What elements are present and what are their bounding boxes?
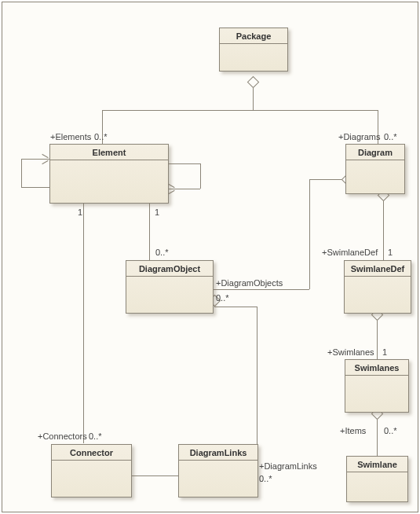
- assoc-line: [309, 179, 345, 180]
- class-name-label: Swimlane: [347, 457, 407, 472]
- assoc-line: [83, 204, 84, 443]
- aggregation-diamond: [247, 76, 260, 89]
- class-body: [50, 160, 168, 203]
- class-diagramlinks[interactable]: DiagramLinks: [178, 444, 258, 497]
- class-connector[interactable]: Connector: [51, 444, 132, 497]
- role-label: +Elements: [50, 132, 91, 141]
- arrowhead: [42, 154, 48, 158]
- role-label: +DiagramObjects: [216, 278, 283, 288]
- class-body: [345, 376, 408, 412]
- class-name-label: DiagramLinks: [179, 445, 257, 461]
- arrowhead: [42, 160, 48, 164]
- arrowhead: [168, 184, 174, 188]
- mult-label: 0..*: [216, 293, 229, 303]
- assoc-line: [21, 159, 49, 160]
- mult-label: 0..*: [89, 431, 102, 441]
- mult-label: 1: [388, 248, 393, 257]
- role-label: +Connectors: [38, 431, 87, 441]
- role-label: +Items: [340, 426, 366, 435]
- assoc-line: [309, 179, 310, 289]
- class-body: [346, 160, 404, 193]
- class-body: [179, 461, 257, 497]
- class-package[interactable]: Package: [219, 28, 288, 72]
- assoc-line: [213, 289, 309, 290]
- mult-label: 0..*: [94, 132, 108, 141]
- mult-label: 1: [78, 207, 82, 217]
- class-body: [347, 472, 407, 501]
- class-name-label: Connector: [52, 445, 131, 461]
- class-swimlanedef[interactable]: SwimlaneDef: [344, 260, 411, 314]
- arrowhead: [168, 190, 174, 194]
- assoc-line: [377, 420, 378, 456]
- class-name-label: Swimlanes: [345, 360, 408, 376]
- assoc-line: [21, 187, 49, 188]
- class-element[interactable]: Element: [49, 144, 169, 204]
- class-name-label: SwimlaneDef: [345, 261, 411, 277]
- assoc-line: [200, 163, 201, 189]
- assoc-line: [257, 307, 257, 458]
- class-body: [126, 277, 213, 313]
- class-swimlane[interactable]: Swimlane: [346, 456, 408, 502]
- class-diagram[interactable]: Diagram: [345, 144, 405, 194]
- role-label: +DiagramLinks: [259, 461, 317, 471]
- assoc-line: [102, 110, 378, 111]
- role-label: +Swimlanes: [327, 347, 374, 357]
- role-label: +SwimlaneDef: [322, 248, 378, 257]
- class-diagramobject[interactable]: DiagramObject: [126, 260, 214, 314]
- assoc-line: [167, 189, 200, 189]
- class-name-label: Diagram: [346, 145, 404, 160]
- mult-label: 1: [382, 347, 387, 357]
- assoc-line: [131, 475, 178, 476]
- mult-label: 0..*: [155, 248, 169, 257]
- assoc-line: [167, 163, 200, 164]
- class-body: [52, 461, 131, 497]
- class-swimlanes[interactable]: Swimlanes: [345, 359, 409, 413]
- class-body: [220, 44, 287, 71]
- class-body: [345, 277, 411, 313]
- assoc-line: [214, 307, 257, 307]
- assoc-line: [21, 159, 22, 187]
- assoc-line: [253, 88, 254, 110]
- assoc-line: [377, 321, 378, 359]
- role-label: +Diagrams: [338, 132, 381, 141]
- assoc-line: [383, 201, 384, 260]
- mult-label: 0..*: [384, 426, 397, 435]
- diagram-frame: Package Element Diagram DiagramObject Sw…: [2, 2, 418, 512]
- assoc-line: [149, 204, 150, 260]
- mult-label: 0..*: [384, 132, 397, 141]
- mult-label: 0..*: [259, 474, 272, 483]
- class-name-label: Package: [220, 28, 287, 44]
- mult-label: 1: [155, 207, 159, 217]
- class-name-label: Element: [50, 145, 168, 160]
- class-name-label: DiagramObject: [126, 261, 213, 277]
